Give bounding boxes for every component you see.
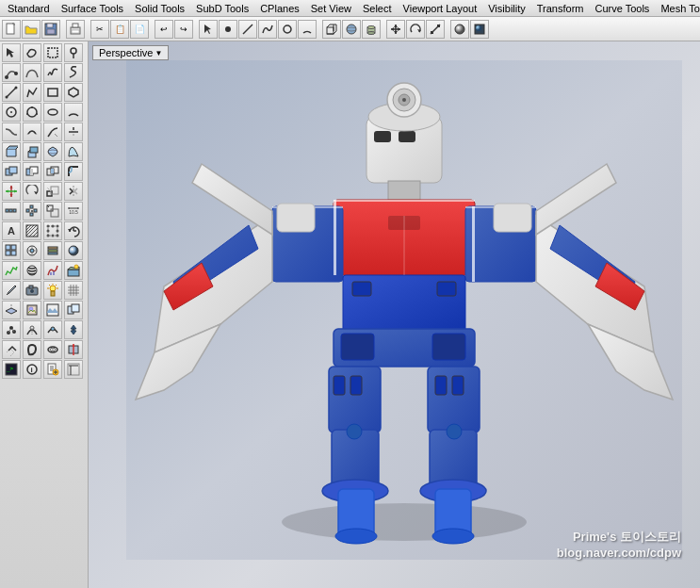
tool-properties[interactable]: i — [23, 360, 41, 379]
tool-lasso[interactable] — [23, 43, 41, 62]
tool-boolean-intersect[interactable] — [43, 162, 62, 181]
tool-circle-center[interactable] — [2, 103, 21, 122]
toolbar-rotate[interactable] — [406, 20, 425, 39]
tool-array-linear[interactable] — [2, 202, 21, 220]
tool-zebra[interactable] — [23, 261, 41, 280]
tool-curvature[interactable] — [43, 261, 62, 280]
toolbar-redo[interactable]: ↪ — [174, 20, 193, 39]
tool-silhouette[interactable] — [23, 340, 41, 359]
menu-select[interactable]: Select — [357, 2, 398, 15]
menu-visibility[interactable]: Visibility — [482, 2, 531, 15]
toolbar-scale[interactable] — [426, 20, 445, 39]
tool-clipping-plane[interactable] — [2, 301, 21, 319]
tool-snap-settings[interactable] — [23, 241, 41, 260]
toolbar-paste[interactable]: 📄 — [130, 20, 149, 39]
toolbar-open[interactable] — [22, 20, 41, 39]
tool-rotate-tool[interactable] — [23, 182, 41, 201]
menu-surface-tools[interactable]: Surface Tools — [56, 2, 129, 15]
toolbar-render[interactable] — [470, 20, 489, 39]
tool-analysis[interactable] — [2, 261, 21, 280]
toolbar-copy[interactable]: 📋 — [110, 20, 129, 39]
toolbar-save[interactable] — [41, 20, 60, 39]
tool-marquee[interactable] — [43, 43, 62, 62]
tool-fillet-crv[interactable] — [43, 122, 62, 141]
toolbar-undo[interactable]: ↩ — [155, 20, 173, 39]
toolbar-select[interactable] — [199, 20, 218, 39]
tool-helix[interactable] — [64, 63, 83, 82]
tool-polyline[interactable] — [23, 83, 41, 102]
tool-command-line[interactable]: _> — [2, 360, 21, 379]
toolbar-sphere[interactable] — [342, 20, 361, 39]
tool-circle-3pt[interactable] — [23, 103, 41, 122]
tool-environment[interactable] — [64, 261, 83, 280]
tool-paint[interactable] — [64, 43, 83, 62]
viewport-label[interactable]: Perspective — [92, 45, 169, 60]
tool-edit-box[interactable] — [64, 360, 83, 379]
tool-contour[interactable] — [43, 340, 62, 359]
tool-loft[interactable] — [64, 142, 83, 161]
tool-background-bitmap[interactable] — [43, 301, 62, 319]
tool-worksession[interactable] — [64, 301, 83, 319]
toolbar-point[interactable] — [219, 20, 237, 39]
tool-arc[interactable] — [64, 103, 83, 122]
tool-fillet-srf[interactable] — [64, 162, 83, 181]
tool-point-curve[interactable] — [2, 63, 21, 82]
tool-blend-crv[interactable] — [2, 122, 21, 141]
tool-offset-crv[interactable] — [23, 122, 41, 141]
toolbar-line[interactable] — [238, 20, 257, 39]
toolbar-print[interactable] — [66, 20, 85, 39]
toolbar-box[interactable] — [322, 20, 341, 39]
toolbar-cylinder[interactable] — [362, 20, 381, 39]
tool-make-2d[interactable] — [2, 340, 21, 359]
menu-curve-tools[interactable]: Curve Tools — [589, 2, 655, 15]
toolbar-cut[interactable]: ✂ — [90, 20, 109, 39]
tool-line-seg[interactable] — [2, 83, 21, 102]
tool-srf-from-curves[interactable] — [2, 142, 21, 161]
toolbar-move[interactable] — [386, 20, 405, 39]
tool-hatch[interactable] — [23, 221, 41, 240]
menu-transform[interactable]: Transform — [531, 2, 590, 15]
tool-nurbs-curve[interactable] — [23, 63, 41, 82]
tool-freehand[interactable] — [43, 63, 62, 82]
toolbar-arc[interactable] — [298, 20, 317, 39]
toolbar-circle[interactable] — [278, 20, 297, 39]
tool-history[interactable] — [64, 221, 83, 240]
tool-picture-frame[interactable] — [23, 301, 41, 319]
tool-polygon[interactable] — [64, 83, 83, 102]
tool-layer[interactable] — [43, 241, 62, 260]
tool-pen[interactable] — [2, 281, 21, 300]
menu-subd-tools[interactable]: SubD Tools — [190, 2, 254, 15]
tool-edit-weight[interactable] — [23, 320, 41, 339]
tool-document-properties[interactable] — [43, 360, 62, 379]
menu-set-view[interactable]: Set View — [305, 2, 357, 15]
tool-pt-control[interactable] — [2, 320, 21, 339]
toolbar-curve[interactable] — [258, 20, 277, 39]
tool-grid[interactable] — [64, 281, 83, 300]
tool-array-radial[interactable] — [23, 202, 41, 220]
tool-scale-tool[interactable] — [43, 182, 62, 201]
tool-text[interactable]: A — [2, 221, 21, 240]
tool-named-view[interactable] — [2, 241, 21, 260]
menu-mesh-tools[interactable]: Mesh Tools — [655, 2, 700, 15]
menu-solid-tools[interactable]: Solid Tools — [129, 2, 190, 15]
tool-trim[interactable] — [64, 122, 83, 141]
tool-ellipse[interactable] — [43, 103, 62, 122]
tool-nudge[interactable] — [64, 320, 83, 339]
tool-boolean-union[interactable] — [2, 162, 21, 181]
tool-select-arrow[interactable] — [2, 43, 21, 62]
tool-cage-edit[interactable] — [43, 221, 62, 240]
tool-mirror-tool[interactable] — [64, 182, 83, 201]
menu-viewport-layout[interactable]: Viewport Layout — [398, 2, 483, 15]
tool-light[interactable] — [43, 281, 62, 300]
tool-group[interactable] — [43, 202, 62, 220]
menu-cplanes[interactable]: CPlanes — [254, 2, 305, 15]
tool-rect[interactable] — [43, 83, 62, 102]
tool-boolean-diff[interactable] — [23, 162, 41, 181]
toolbar-new[interactable] — [2, 20, 21, 39]
tool-insert-knot[interactable] — [43, 320, 62, 339]
tool-section[interactable] — [64, 340, 83, 359]
tool-revolve[interactable] — [43, 142, 62, 161]
tool-material[interactable] — [64, 241, 83, 260]
tool-camera[interactable] — [23, 281, 41, 300]
tool-dimension[interactable]: 10.5 — [64, 202, 83, 220]
